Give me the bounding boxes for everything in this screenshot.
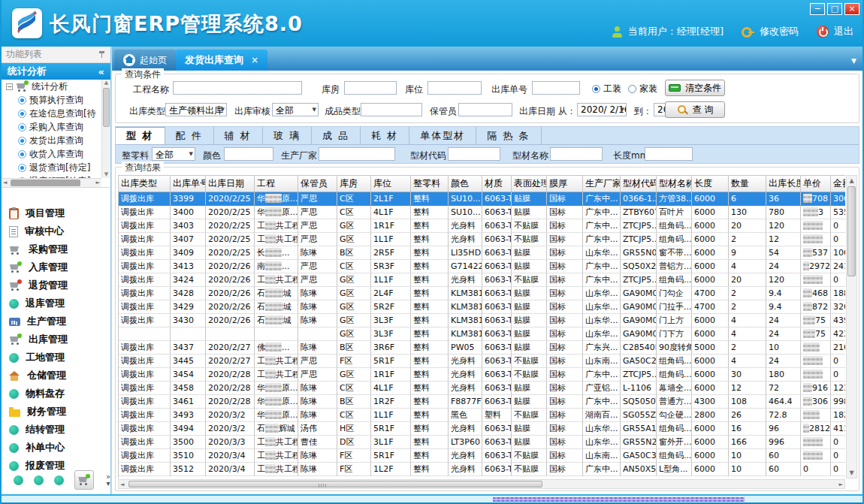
column-header[interactable]: 库房 bbox=[337, 176, 371, 192]
tree-hscroll-thumb[interactable] bbox=[11, 180, 80, 186]
scroll-up-arrow[interactable]: ▲ bbox=[847, 177, 856, 184]
sidebar-group-header[interactable]: 统计分析 « bbox=[2, 63, 110, 80]
table-row[interactable]: 调拨出库35002020/3/3工共工程曹佳D区3L1F整料LT3P606063… bbox=[119, 436, 845, 449]
sidebar-menu-item[interactable]: 仓储管理 bbox=[2, 367, 110, 385]
tree-item[interactable]: 退货查询[待定] bbox=[2, 161, 101, 174]
sidebar-menu-item[interactable]: 结转管理 bbox=[2, 421, 110, 439]
material-tab[interactable]: 单体型材 bbox=[409, 127, 476, 144]
manufacturer-input[interactable] bbox=[319, 147, 395, 161]
table-row[interactable]: 调拨出库34372020/2/27佛...陈琳B区3R6F整料PW056063-… bbox=[119, 341, 845, 355]
sidebar-menu-item[interactable]: 入库管理 bbox=[2, 258, 110, 276]
collapse-icon[interactable]: « bbox=[98, 66, 104, 77]
radio-industrial[interactable]: 工装 bbox=[592, 83, 621, 95]
column-header[interactable]: 长度 bbox=[692, 176, 729, 192]
material-tab[interactable]: 配 件 bbox=[165, 127, 214, 144]
column-header[interactable]: 颜色 bbox=[449, 176, 482, 192]
sidebar-menu-item[interactable]: 出库管理 bbox=[2, 330, 110, 349]
table-horizontal-scrollbar[interactable]: ◄ ► bbox=[118, 479, 845, 489]
column-header[interactable]: 型材名称 bbox=[657, 176, 692, 192]
tree-item[interactable]: 发货出库查询 bbox=[2, 134, 101, 147]
table-row[interactable]: 调拨出库34132020/2/26南...严思C区5R3F整料G71422606… bbox=[119, 260, 845, 273]
material-tab[interactable]: 隔 热 条 bbox=[476, 127, 541, 144]
sidebar-menu-item[interactable]: 退货管理 bbox=[2, 276, 110, 294]
tab-shipment-query[interactable]: 发货出库查询 × bbox=[176, 50, 267, 71]
keeper-input[interactable] bbox=[458, 103, 512, 116]
tree-vscroll-thumb[interactable] bbox=[103, 88, 110, 127]
table-row[interactable]: G区3L3F整料KLM38176063-T5贴膜国标山东华...GA90M09.… bbox=[119, 327, 845, 341]
column-header[interactable]: 数量 bbox=[729, 176, 766, 192]
material-tab[interactable]: 玻 璃 bbox=[263, 127, 312, 144]
table-row[interactable]: 调拨出库34942020/3/2石辉城汤伟H区5R1F整料光身料6063-T5贴… bbox=[119, 422, 845, 436]
column-header[interactable]: 膜厚 bbox=[547, 176, 583, 192]
vscroll-thumb[interactable] bbox=[847, 186, 856, 276]
column-header[interactable]: 表面处理 bbox=[512, 176, 547, 192]
table-row[interactable]: 调拨出库34452020/2/27工共工程严思F区5R1F整料光身料6063-T… bbox=[119, 355, 845, 368]
sidebar-menu-item[interactable]: 退库管理 bbox=[2, 294, 110, 312]
table-row[interactable]: 调拨出库34582020/2/28华原...陈琳C区4L1F整料光身料6063-… bbox=[119, 382, 845, 395]
outbound-type-combo[interactable]: 生产领料出库 bbox=[165, 103, 227, 116]
column-header[interactable]: 出库单号 bbox=[171, 176, 206, 192]
tab-list-dropdown-icon[interactable]: ▼ bbox=[851, 57, 856, 65]
material-tab[interactable]: 成 品 bbox=[312, 127, 361, 144]
sidebar-menu-item[interactable]: 采购管理 bbox=[2, 240, 110, 258]
tree-vertical-scrollbar[interactable]: ▲ ▼ bbox=[101, 80, 110, 178]
profile-name-input[interactable] bbox=[550, 147, 603, 161]
column-header[interactable]: 材质 bbox=[482, 176, 512, 192]
column-header[interactable]: 金额 bbox=[831, 176, 845, 192]
pin-icon[interactable] bbox=[98, 50, 106, 59]
tree-item[interactable]: 收货入库查询 bbox=[2, 147, 101, 161]
material-tab[interactable]: 型 材 bbox=[116, 127, 165, 144]
table-row[interactable]: 调拨出库34292020/2/26石城陈琳G区5R2F整料KLM38176063… bbox=[119, 300, 845, 314]
scroll-right-arrow[interactable]: ► bbox=[839, 481, 843, 487]
sidebar-menu-item[interactable]: 工地管理 bbox=[2, 349, 110, 367]
table-row[interactable]: 调拨出库34612020/2/28华原...陈琳B区1R2F整料F8877FT6… bbox=[119, 395, 845, 409]
warehouse-input[interactable] bbox=[344, 81, 397, 95]
clear-conditions-button[interactable]: 清空条件 bbox=[665, 80, 725, 96]
tab-home[interactable]: 起始页 bbox=[114, 50, 176, 71]
minimize-button[interactable]: − bbox=[810, 3, 825, 15]
table-row[interactable]: 调拨出库34932020/3/2华原...陈琳C区1L1F整料黑色塑料不贴膜国标… bbox=[119, 409, 845, 422]
sidebar-menu-item[interactable]: 审核中心 bbox=[2, 222, 110, 240]
column-header[interactable]: 生产厂家 bbox=[583, 176, 621, 192]
table-row[interactable]: 调拨出库34282020/2/26石城陈琳G区2L4F整料KLM38176063… bbox=[119, 287, 845, 300]
tree-item[interactable]: 在途信息查询[待 bbox=[2, 107, 101, 120]
sidebar-menu-item[interactable]: 生产管理 bbox=[2, 312, 110, 330]
material-tab[interactable]: 耗 材 bbox=[361, 127, 409, 144]
product-type-input[interactable] bbox=[361, 103, 422, 116]
tab-close-icon[interactable]: × bbox=[251, 55, 258, 65]
column-header[interactable]: 出库长度 bbox=[766, 176, 801, 192]
date-from-picker[interactable]: 2020/ 2/16 bbox=[577, 103, 627, 116]
sidebar-menu-item[interactable]: 物料盘存 bbox=[2, 385, 110, 403]
table-row[interactable]: 调拨出库34092020/2/25长...陈琳B区2R5F整料LI35HD606… bbox=[119, 246, 845, 260]
tree-item[interactable]: 采购入库查询 bbox=[2, 120, 101, 134]
table-row[interactable]: 调拨出库34072020/2/25工共工程严思G区1L1F整料光身料6063-T… bbox=[119, 233, 845, 246]
table-row[interactable]: 调拨出库35102020/3/4工共工程陈琳F区5R1F整料光身料6063-T5… bbox=[119, 449, 845, 463]
sidebar-menu-item[interactable]: 补单中心 bbox=[2, 439, 110, 457]
color-input[interactable] bbox=[224, 147, 273, 161]
tree-hscroll-right-arrow[interactable]: ► bbox=[96, 180, 100, 186]
table-row[interactable]: 调拨出库34242020/2/26工共工程严思G区1L1F整料光身料6063-T… bbox=[119, 273, 845, 287]
column-header[interactable]: 工程 bbox=[255, 176, 298, 192]
search-button[interactable]: 查 询 bbox=[665, 101, 725, 118]
column-header[interactable]: 出库类型 bbox=[119, 176, 171, 192]
order-no-input[interactable] bbox=[532, 81, 580, 95]
material-tab[interactable]: 辅 材 bbox=[214, 127, 263, 144]
table-row[interactable]: 调拨出库34542020/2/28工共工程严思G区1R1F整料光身料6063-T… bbox=[119, 368, 845, 382]
tree-expander-icon[interactable]: − bbox=[6, 83, 13, 90]
column-header[interactable]: 整零料 bbox=[411, 176, 449, 192]
table-row[interactable]: 调拨出库34002020/2/25华原...严思C区4L1F整料SU10...6… bbox=[119, 206, 845, 219]
profile-code-input[interactable] bbox=[448, 147, 500, 161]
hscroll-thumb[interactable] bbox=[128, 481, 542, 487]
radio-household[interactable]: 家装 bbox=[628, 83, 657, 95]
tree-root-node[interactable]: − 统计分析 bbox=[2, 80, 101, 93]
scroll-left-arrow[interactable]: ◄ bbox=[120, 481, 124, 487]
table-row[interactable]: 调拨出库34302020/2/26石城陈琳G区3L3F整料KLM38176063… bbox=[119, 314, 845, 327]
table-row[interactable]: 调拨出库34032020/2/25工共工程严思G区1R1F整料光身料6063-T… bbox=[119, 219, 845, 233]
tree-item[interactable]: 预算执行查询 bbox=[2, 93, 101, 107]
table-row[interactable]: 调拨出库35122020/3/4工共工程陈琳F区1L2F整料光身料6063-T5… bbox=[119, 463, 845, 476]
sidebar-splitter[interactable] bbox=[111, 47, 112, 494]
close-button[interactable]: × bbox=[844, 3, 859, 15]
length-input[interactable] bbox=[645, 147, 693, 161]
table-row[interactable]: 调拨出库33992020/2/25华原...严思C区2L1F整料SU10...6… bbox=[119, 192, 845, 206]
table-vertical-scrollbar[interactable]: ▲ ▼ bbox=[846, 175, 857, 478]
